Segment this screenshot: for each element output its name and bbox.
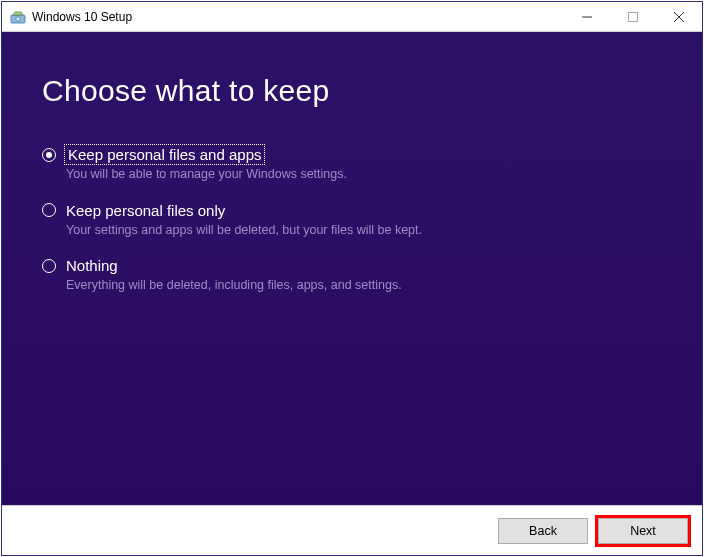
close-button[interactable]: [656, 2, 702, 31]
next-button[interactable]: Next: [598, 518, 688, 544]
back-button[interactable]: Back: [498, 518, 588, 544]
window-controls: [564, 2, 702, 31]
svg-point-1: [16, 16, 20, 20]
option-label: Keep personal files and apps: [66, 146, 263, 163]
footer: Back Next: [2, 505, 702, 555]
option-description: Everything will be deleted, including fi…: [66, 277, 662, 295]
minimize-button[interactable]: [564, 2, 610, 31]
app-icon: [10, 9, 26, 25]
option-keep-files-apps[interactable]: Keep personal files and apps You will be…: [42, 146, 662, 184]
option-keep-files-only[interactable]: Keep personal files only Your settings a…: [42, 202, 662, 240]
option-description: Your settings and apps will be deleted, …: [66, 222, 662, 240]
maximize-button[interactable]: [610, 2, 656, 31]
page-heading: Choose what to keep: [42, 74, 662, 108]
content-area: Choose what to keep Keep personal files …: [2, 32, 702, 505]
option-label: Nothing: [66, 257, 118, 274]
window-title: Windows 10 Setup: [32, 10, 564, 24]
svg-rect-3: [629, 12, 638, 21]
radio-icon: [42, 259, 56, 273]
options-group: Keep personal files and apps You will be…: [42, 146, 662, 295]
titlebar: Windows 10 Setup: [2, 2, 702, 32]
radio-icon: [42, 203, 56, 217]
setup-window: Windows 10 Setup Choose what to keep Kee…: [1, 1, 703, 556]
option-label: Keep personal files only: [66, 202, 225, 219]
option-nothing[interactable]: Nothing Everything will be deleted, incl…: [42, 257, 662, 295]
option-description: You will be able to manage your Windows …: [66, 166, 662, 184]
radio-icon: [42, 148, 56, 162]
